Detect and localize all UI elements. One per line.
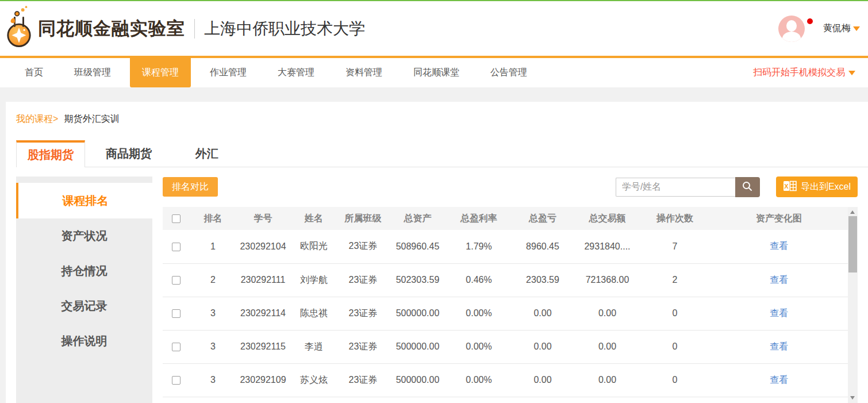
cell-profit-rate: 0.00% — [447, 297, 510, 330]
col-rank: 排名 — [190, 207, 236, 230]
header-divider — [194, 19, 195, 39]
user-menu-caret-icon[interactable] — [853, 26, 860, 31]
main-nav: 首页 班级管理 课程管理 作业管理 大赛管理 资料管理 同花顺课堂 公告管理 扫… — [0, 58, 868, 87]
svg-text:X: X — [784, 183, 789, 190]
sidebar-item-instructions[interactable]: 操作说明 — [16, 324, 152, 359]
cell-class: 23证券 — [338, 230, 388, 263]
username[interactable]: 黄侃梅 — [823, 22, 851, 34]
cell-student-id: 230292104 — [236, 230, 290, 263]
flask-icon — [5, 5, 33, 53]
export-excel-button[interactable]: X 导出到Excel — [776, 176, 858, 197]
cell-total-assets: 508960.45 — [388, 230, 447, 263]
col-total-pnl: 总盈亏 — [510, 207, 575, 230]
scrollbar-thumb[interactable] — [848, 216, 857, 272]
table-row: 3 230292109 苏义炫 23证券 500000.00 0.00% 0.0… — [163, 363, 848, 397]
school-name: 上海中侨职业技术大学 — [204, 18, 365, 40]
row-checkbox[interactable] — [172, 243, 180, 251]
row-checkbox[interactable] — [172, 276, 180, 285]
table-row: 3 230292114 陈忠祺 23证券 500000.00 0.00% 0.0… — [163, 297, 848, 330]
nav-item-ths-classroom[interactable]: 同花顺课堂 — [401, 58, 471, 87]
search-button[interactable] — [735, 177, 760, 197]
view-asset-chart-link[interactable]: 查看 — [770, 241, 788, 251]
cell-operations: 7 — [640, 230, 710, 263]
view-asset-chart-link[interactable]: 查看 — [770, 275, 788, 285]
cell-class: 23证券 — [338, 363, 388, 397]
table-scrollbar[interactable] — [848, 207, 858, 403]
cell-class: 23证券 — [338, 263, 388, 297]
row-checkbox[interactable] — [172, 343, 180, 351]
breadcrumb-current: 期货外汇实训 — [64, 114, 120, 124]
view-asset-chart-link[interactable]: 查看 — [770, 341, 788, 351]
scroll-down-icon[interactable] — [850, 396, 855, 400]
table-row: 1 230292104 欧阳光 23证券 508960.45 1.79% 896… — [163, 230, 848, 263]
cell-profit-rate: 0.46% — [447, 263, 510, 297]
cell-class: 23证券 — [338, 297, 388, 330]
table-toolbar: 排名对比 — [163, 176, 858, 197]
cell-operations: 0 — [640, 330, 710, 363]
col-total-assets: 总资产 — [388, 207, 447, 230]
sidebar: 课程排名 资产状况 持仓情况 交易记录 操作说明 — [16, 176, 152, 403]
cell-rank: 2 — [190, 263, 236, 297]
cell-total-pnl: 0.00 — [510, 330, 575, 363]
tab-stock-index-futures[interactable]: 股指期货 — [16, 140, 85, 167]
ranking-table: 排名 学号 姓名 所属班级 总资产 总盈利率 总盈亏 总交易额 操作次数 资产变… — [163, 207, 848, 397]
cell-total-pnl: 2303.59 — [510, 263, 575, 297]
nav-item-announcement-mgmt[interactable]: 公告管理 — [478, 58, 539, 87]
tab-commodity-futures[interactable]: 商品期货 — [94, 140, 163, 167]
nav-item-class-mgmt[interactable]: 班级管理 — [62, 58, 123, 87]
view-asset-chart-link[interactable]: 查看 — [770, 308, 788, 318]
cell-student-id: 230292111 — [236, 263, 290, 297]
col-asset-chart: 资产变化图 — [710, 207, 848, 230]
cell-turnover: 0.00 — [575, 363, 640, 397]
cell-rank: 3 — [190, 297, 236, 330]
nav-item-course-mgmt[interactable]: 课程管理 — [130, 56, 191, 87]
nav-item-material-mgmt[interactable]: 资料管理 — [333, 58, 394, 87]
cell-turnover: 721368.00 — [575, 263, 640, 297]
cell-turnover: 0.00 — [575, 330, 640, 363]
col-profit-rate: 总盈利率 — [447, 207, 510, 230]
brand-logo[interactable]: 同花顺金融实验室 — [5, 5, 185, 53]
nav-item-homework-mgmt[interactable]: 作业管理 — [198, 58, 259, 87]
cell-name: 苏义炫 — [290, 363, 338, 397]
avatar-head — [786, 20, 797, 32]
export-excel-label: 导出到Excel — [801, 181, 851, 193]
col-student-id: 学号 — [236, 207, 290, 230]
breadcrumb: 我的课程> 期货外汇实训 — [6, 102, 868, 125]
magnifier-icon — [742, 181, 753, 194]
sidebar-item-trade-records[interactable]: 交易记录 — [16, 289, 152, 324]
nav-item-home[interactable]: 首页 — [13, 58, 55, 87]
scroll-up-icon[interactable] — [850, 210, 855, 214]
cell-name: 李逍 — [290, 330, 338, 363]
qr-mobile-trade-link[interactable]: 扫码开始手机模拟交易 — [753, 67, 845, 79]
market-tabs: 股指期货 商品期货 外汇 — [16, 140, 868, 167]
tab-forex[interactable]: 外汇 — [172, 140, 241, 167]
qr-caret-icon[interactable] — [848, 71, 855, 75]
search-input[interactable] — [616, 178, 735, 197]
row-checkbox[interactable] — [172, 309, 180, 318]
brand-title: 同花顺金融实验室 — [38, 17, 185, 41]
table-header-row: 排名 学号 姓名 所属班级 总资产 总盈利率 总盈亏 总交易额 操作次数 资产变… — [163, 207, 848, 230]
cell-profit-rate: 0.00% — [447, 363, 510, 397]
page-background: 我的课程> 期货外汇实训 股指期货 商品期货 外汇 课程排名 资产状况 持仓情况… — [0, 87, 868, 403]
breadcrumb-parent[interactable]: 我的课程> — [16, 114, 58, 124]
cell-operations: 0 — [640, 297, 710, 330]
cell-profit-rate: 0.00% — [447, 330, 510, 363]
col-name: 姓名 — [290, 207, 338, 230]
cell-rank: 3 — [190, 363, 236, 397]
cell-student-id: 230292115 — [236, 330, 290, 363]
cell-total-assets: 502303.59 — [388, 263, 447, 297]
sidebar-item-course-ranking[interactable]: 课程排名 — [16, 183, 152, 218]
avatar-body — [782, 32, 801, 42]
row-checkbox[interactable] — [172, 376, 180, 385]
notification-dot — [807, 18, 813, 24]
sidebar-item-positions[interactable]: 持仓情况 — [16, 254, 152, 289]
select-all-checkbox[interactable] — [172, 214, 180, 223]
main-panel: 排名对比 — [163, 176, 858, 403]
rank-compare-button[interactable]: 排名对比 — [163, 177, 218, 197]
nav-item-contest-mgmt[interactable]: 大赛管理 — [266, 58, 327, 87]
cell-total-assets: 500000.00 — [388, 363, 447, 397]
view-asset-chart-link[interactable]: 查看 — [770, 375, 788, 385]
avatar[interactable] — [778, 16, 805, 42]
cell-student-id: 230292109 — [236, 363, 290, 397]
sidebar-item-asset-status[interactable]: 资产状况 — [16, 218, 152, 254]
